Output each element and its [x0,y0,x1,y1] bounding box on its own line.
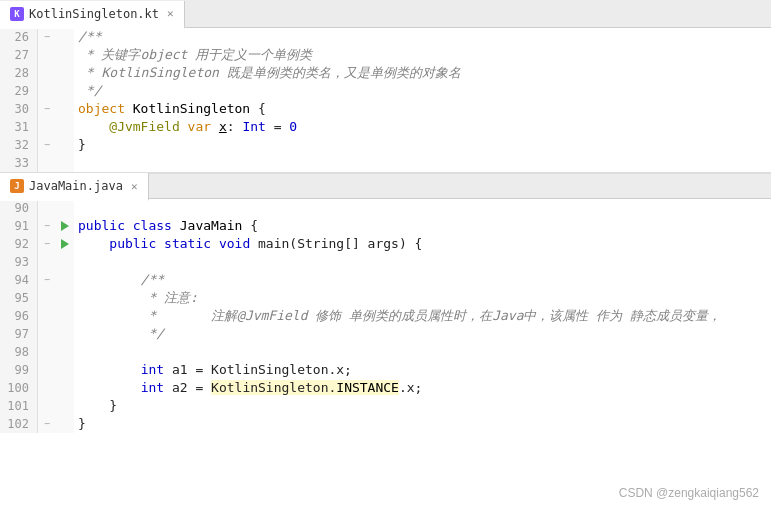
table-row: 31 @JvmField var x: Int = 0 [0,118,771,136]
run-gutter [56,307,74,325]
kotlin-tab-close[interactable]: ✕ [167,7,174,20]
code-line: * 关键字object 用于定义一个单例类 [74,46,771,64]
run-gutter [56,64,74,82]
line-number: 101 [0,397,38,415]
code-line: int a1 = KotlinSingleton.x; [74,361,771,379]
editor-container: K KotlinSingleton.kt ✕ 26 − /** 27 * 关键字… [0,0,771,508]
java-tab-label: JavaMain.java [29,179,123,193]
table-row: 27 * 关键字object 用于定义一个单例类 [0,46,771,64]
fold-gutter [38,199,56,217]
line-number: 32 [0,136,38,154]
watermark: CSDN @zengkaiqiang562 [619,486,759,500]
fold-gutter [38,343,56,361]
table-row: 29 */ [0,82,771,100]
table-row: 99 int a1 = KotlinSingleton.x; [0,361,771,379]
fold-gutter [38,325,56,343]
fold-gutter[interactable]: − [38,217,56,235]
code-line: /** [74,28,771,46]
table-row: 90 [0,199,771,217]
run-gutter [56,379,74,397]
run-gutter[interactable] [56,217,74,235]
run-gutter [56,397,74,415]
fold-gutter[interactable]: − [38,415,56,433]
code-line: public static void main(String[] args) { [74,235,771,253]
line-number: 97 [0,325,38,343]
table-row: 30 − object KotlinSingleton { [0,100,771,118]
code-line: * 注意: [74,289,771,307]
code-line: } [74,415,771,433]
table-row: 96 * 注解@JvmField 修饰 单例类的成员属性时，在Java中，该属性… [0,307,771,325]
fold-gutter [38,289,56,307]
code-line: int a2 = KotlinSingleton.INSTANCE.x; [74,379,771,397]
run-gutter [56,289,74,307]
run-arrow-icon[interactable] [61,239,69,249]
java-tab-close[interactable]: ✕ [131,180,138,193]
fold-gutter[interactable]: − [38,136,56,154]
kotlin-tab-label: KotlinSingleton.kt [29,7,159,21]
line-number: 30 [0,100,38,118]
kotlin-tab[interactable]: K KotlinSingleton.kt ✕ [0,1,185,29]
run-gutter [56,199,74,217]
run-gutter [56,253,74,271]
run-gutter [56,82,74,100]
table-row: 100 int a2 = KotlinSingleton.INSTANCE.x; [0,379,771,397]
line-number: 93 [0,253,38,271]
code-line: /** [74,271,771,289]
kotlin-code-section: 26 − /** 27 * 关键字object 用于定义一个单例类 28 * K… [0,28,771,173]
line-number: 96 [0,307,38,325]
java-tab[interactable]: J JavaMain.java ✕ [0,173,149,201]
run-gutter[interactable] [56,235,74,253]
code-line: } [74,136,771,154]
line-number: 29 [0,82,38,100]
table-row: 95 * 注意: [0,289,771,307]
line-number: 100 [0,379,38,397]
run-gutter [56,28,74,46]
fold-gutter [38,64,56,82]
line-number: 91 [0,217,38,235]
line-number: 98 [0,343,38,361]
fold-gutter [38,397,56,415]
table-row: 32 − } [0,136,771,154]
code-line [74,343,771,361]
code-line: public class JavaMain { [74,217,771,235]
table-row: 26 − /** [0,28,771,46]
line-number: 94 [0,271,38,289]
code-line: * KotlinSingleton 既是单例类的类名，又是单例类的对象名 [74,64,771,82]
code-line: @JvmField var x: Int = 0 [74,118,771,136]
fold-gutter[interactable]: − [38,271,56,289]
code-line [74,199,771,217]
kotlin-code-area: 26 − /** 27 * 关键字object 用于定义一个单例类 28 * K… [0,28,771,172]
line-number: 31 [0,118,38,136]
table-row: 102 − } [0,415,771,433]
fold-gutter[interactable]: − [38,235,56,253]
run-gutter [56,100,74,118]
line-number: 95 [0,289,38,307]
table-row: 97 */ [0,325,771,343]
kotlin-tab-bar: K KotlinSingleton.kt ✕ [0,0,771,28]
line-number: 90 [0,199,38,217]
table-row: 98 [0,343,771,361]
run-gutter [56,343,74,361]
fold-gutter [38,361,56,379]
run-arrow-icon[interactable] [61,221,69,231]
fold-gutter [38,307,56,325]
java-code-area: 90 91 − public class JavaMain { 92 − [0,199,771,508]
code-line [74,253,771,271]
fold-gutter [38,154,56,172]
run-gutter [56,136,74,154]
fold-gutter [38,46,56,64]
table-row: 92 − public static void main(String[] ar… [0,235,771,253]
line-number: 28 [0,64,38,82]
run-gutter [56,154,74,172]
fold-gutter[interactable]: − [38,28,56,46]
java-code-section: 90 91 − public class JavaMain { 92 − [0,199,771,508]
table-row: 93 [0,253,771,271]
table-row: 28 * KotlinSingleton 既是单例类的类名，又是单例类的对象名 [0,64,771,82]
java-icon: J [10,179,24,193]
table-row: 33 [0,154,771,172]
line-number: 26 [0,28,38,46]
code-line [74,154,771,172]
fold-gutter[interactable]: − [38,100,56,118]
java-tab-bar: J JavaMain.java ✕ [0,173,771,199]
table-row: 91 − public class JavaMain { [0,217,771,235]
